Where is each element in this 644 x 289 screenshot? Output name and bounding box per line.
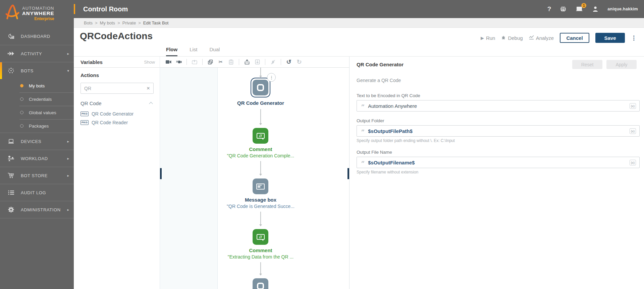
debug-button[interactable]: Debug: [501, 35, 523, 41]
devices-status-icon[interactable]: 1: [575, 6, 583, 12]
node-label[interactable]: Comment: [249, 247, 272, 253]
insert-variable-icon[interactable]: (x): [630, 103, 636, 109]
node-comment-2[interactable]: //: [253, 229, 268, 245]
save-button[interactable]: Save: [595, 33, 625, 43]
connector-line: [260, 68, 261, 76]
node-qr-code-reader[interactable]: [253, 278, 268, 289]
lane-handle-right[interactable]: [347, 168, 349, 179]
share-up-icon[interactable]: [244, 59, 250, 65]
sidebar-item-my-bots[interactable]: My bots: [0, 79, 74, 92]
user-icon[interactable]: [592, 6, 599, 12]
page-header: QRCodeActions ▶ Run Debug Analyze Cancel…: [74, 28, 644, 56]
help-icon[interactable]: ?: [547, 5, 551, 13]
cut-icon[interactable]: ✂: [217, 59, 224, 65]
sub-item-label: Credentials: [29, 97, 52, 102]
import-down-icon: [254, 59, 261, 65]
analyze-chart-icon: [529, 35, 534, 41]
sidebar-item-audit-log[interactable]: AUDIT LOG: [0, 184, 74, 201]
node-qr-code-generator[interactable]: ⋮: [251, 78, 270, 97]
sidebar-item-activity[interactable]: ACTIVITY ▸: [0, 45, 74, 62]
sidebar-item-dashboard[interactable]: DASHBOARD: [0, 28, 74, 45]
clear-search-icon[interactable]: ×: [147, 85, 150, 91]
paste-icon: [228, 59, 234, 65]
breadcrumb-item[interactable]: Bots: [84, 20, 93, 25]
flow-area[interactable]: ⋮ QR Code Generator // Comment "QR Code …: [160, 68, 349, 289]
node-menu-icon[interactable]: ⋮: [267, 73, 276, 82]
disable-trigger-icon: [270, 59, 276, 65]
more-options-icon[interactable]: ⋮: [631, 34, 637, 42]
play-icon: ▶: [481, 35, 484, 41]
flow-arrow: [259, 161, 262, 176]
workload-icon: [7, 155, 15, 162]
copy-icon[interactable]: [207, 59, 214, 65]
node-subtitle: "QR Code is Generated Succe...: [227, 204, 294, 209]
undo-icon[interactable]: ↺: [285, 59, 292, 65]
bullet-icon: [20, 97, 23, 101]
action-group-label: QR Code: [80, 100, 150, 106]
variables-show-link[interactable]: Show: [144, 60, 155, 65]
output-folder-input[interactable]: [368, 128, 630, 134]
screen-recorder-icon[interactable]: [175, 59, 182, 65]
action-group-qr-code[interactable]: QR Code: [80, 100, 154, 106]
sidebar-item-label: WORKLOAD: [21, 156, 67, 161]
sidebar-item-bots[interactable]: BOTS ▾: [0, 62, 74, 79]
comment-node-icon: //: [253, 229, 268, 245]
action-item-label: QR Code Reader: [92, 120, 128, 125]
flow-arrow: [259, 262, 262, 276]
brand-line2: ANYWHERE: [22, 11, 54, 16]
node-label[interactable]: Comment: [249, 146, 272, 152]
analyze-button[interactable]: Analyze: [529, 35, 554, 41]
username[interactable]: anique.hakkim: [607, 7, 638, 11]
canvas-toolbar: ✂ ↺ ↻: [160, 57, 349, 68]
run-button[interactable]: ▶ Run: [481, 35, 495, 41]
node-comment-1[interactable]: //: [253, 128, 268, 144]
chevron-right-icon: ▸: [67, 208, 69, 212]
sidebar-item-administration[interactable]: ADMINISTRATION ▸: [0, 201, 74, 218]
package-badge-icon: PKG: [80, 120, 89, 125]
activity-icon: [7, 50, 15, 57]
tab-dual[interactable]: Dual: [210, 47, 220, 56]
sidebar-item-label: AUDIT LOG: [21, 190, 69, 195]
node-label[interactable]: Message box: [245, 197, 276, 203]
action-item-qr-code-reader[interactable]: PKG QR Code Reader: [80, 118, 154, 127]
action-item-qr-code-generator[interactable]: PKG QR Code Generator: [80, 110, 154, 118]
insert-variable-icon[interactable]: (x): [630, 128, 636, 134]
insert-variable-icon[interactable]: (x): [630, 160, 636, 165]
brand-line1: AUTOMATION: [22, 6, 54, 11]
actions-search[interactable]: ×: [80, 83, 154, 94]
sub-item-label: My bots: [29, 83, 45, 88]
collapse-chevron-icon: [149, 102, 153, 105]
apply-button[interactable]: Apply: [606, 60, 637, 69]
field-label: Output File Name: [357, 150, 640, 155]
breadcrumb-item[interactable]: My bots: [100, 20, 115, 25]
notification-badge: 1: [581, 3, 586, 8]
sidebar-item-bot-store[interactable]: BOT STORE ▸: [0, 167, 74, 184]
output-file-name-input[interactable]: [368, 160, 630, 165]
record-camera-icon[interactable]: [165, 59, 172, 65]
administration-icon: [7, 206, 15, 213]
reset-button[interactable]: Reset: [572, 60, 602, 69]
node-message-box[interactable]: [253, 178, 268, 194]
actions-search-input[interactable]: [84, 86, 147, 91]
sidebar-item-workload[interactable]: WORKLOAD ▸: [0, 150, 74, 167]
message-box-node-icon: [253, 178, 268, 194]
node-label[interactable]: QR Code Generator: [237, 100, 284, 106]
breadcrumb-item[interactable]: Private: [122, 20, 136, 25]
cancel-button[interactable]: Cancel: [560, 33, 589, 43]
tab-flow[interactable]: Flow: [166, 47, 177, 56]
sidebar-nav: DASHBOARD ACTIVITY ▸ BOTS ▾ My bots Cr: [0, 28, 74, 289]
actions-title: Actions: [80, 72, 154, 78]
tab-list[interactable]: List: [190, 47, 197, 56]
brand-edition: Enterprise: [22, 17, 54, 21]
globe-icon[interactable]: [560, 6, 567, 12]
sidebar-item-global-values[interactable]: Global values: [0, 106, 74, 119]
sidebar-item-devices[interactable]: DEVICES ▸: [0, 133, 74, 150]
redo-icon: ↻: [296, 59, 303, 65]
text-to-encode-input[interactable]: [368, 103, 630, 109]
bots-icon: [7, 67, 15, 74]
sidebar-item-packages[interactable]: Packages: [0, 119, 74, 133]
field-hint: Specify filename without extension: [357, 170, 640, 174]
lane-handle-left[interactable]: [160, 168, 162, 179]
sidebar-item-credentials[interactable]: Credentials: [0, 92, 74, 106]
bot-store-icon: [7, 172, 15, 179]
